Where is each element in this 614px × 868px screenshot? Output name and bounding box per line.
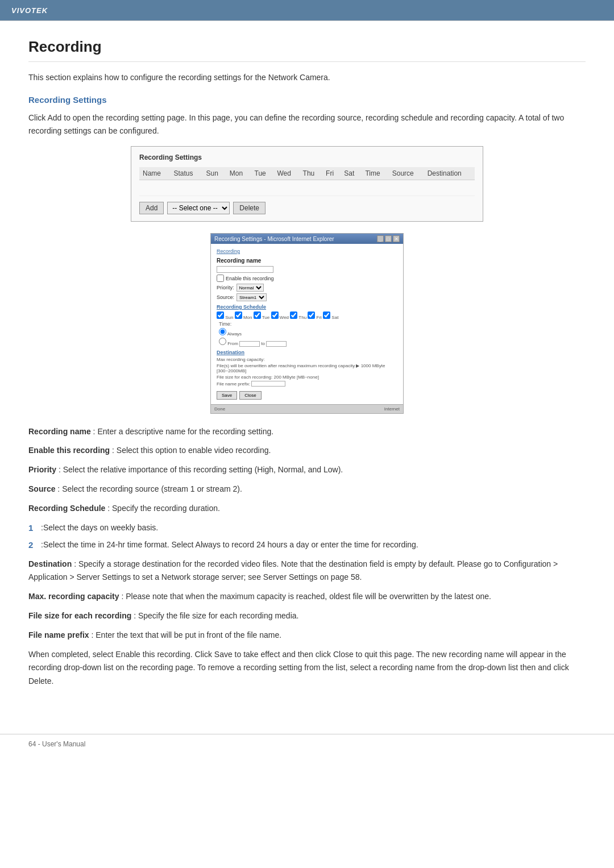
time-always-radio[interactable] [219,328,226,335]
list-item-1: 1 : Select the days on weekly basis. [28,521,586,535]
modal-close-btn-footer[interactable]: Close [239,391,261,400]
modal-bottom-done: Done [214,406,225,412]
modal-close-btn[interactable]: ✕ [393,235,400,242]
col-destination: Destination [424,167,475,180]
file-size-label: File size for each recording [28,611,131,620]
modal-footer: Save Close [217,391,397,400]
modal-source-select[interactable]: Stream1 Stream2 [237,293,267,301]
footer-text: 64 - User's Manual [28,740,85,748]
schedule-sun[interactable] [217,312,224,319]
modal-recording-name-row [217,266,397,273]
schedule-tue[interactable] [254,312,261,319]
priority-label: Priority [28,465,56,474]
modal-recording-name-input[interactable] [217,266,273,273]
col-source: Source [389,167,424,180]
col-thu: Thu [300,167,322,180]
time-from-radio[interactable] [219,338,226,345]
filesize-value: 200 MByte [MB~none] [274,375,319,380]
add-button[interactable]: Add [139,202,164,214]
modal-priority-row: Priority: Normal High Low [217,284,397,292]
desc-source: Source : Select the recording source (st… [28,483,586,496]
section-description: Click Add to open the recording setting … [28,111,586,137]
modal-bottom-bar: Done Internet [211,404,403,413]
desc-file-prefix: File name prefix : Enter the text that w… [28,629,586,642]
modal-body: Recording Recording name Enable this rec… [211,244,403,404]
modal-bottom-internet: Internet [384,406,400,412]
max-capacity-label: Max. recording capacity [28,592,119,601]
schedule-thu[interactable] [290,312,297,319]
time-to-input[interactable] [266,341,287,347]
desc-max-capacity: Max. recording capacity : Please note th… [28,590,586,604]
prefix-input[interactable] [251,381,285,387]
recording-name-label: Recording name [28,427,91,436]
col-name: Name [139,167,171,180]
enable-recording-label: Enable this recording [28,446,110,455]
colon-5: : [107,504,112,513]
desc-destination: Destination : Specify a storage destinat… [28,558,586,585]
desc-file-size: File size for each recording : Specify t… [28,609,586,623]
desc-recording-name: Recording name : Enter a descriptive nam… [28,425,586,439]
col-tue: Tue [251,167,274,180]
file-size-text: Specify the file size for each recording… [138,611,298,620]
list-item-2-text: Select the time in 24-hr time format. Se… [43,538,418,551]
modal-nav[interactable]: Recording [217,248,397,254]
numbered-list: 1 : Select the days on weekly basis. 2 :… [28,521,586,552]
schedule-wed[interactable] [271,312,279,319]
modal-time-section: Time: Always From to [219,321,397,347]
file-name-prefix-label: File name prefix [28,630,89,639]
time-from-input[interactable] [239,341,260,347]
col-fri: Fri [322,167,341,180]
col-time: Time [362,167,388,180]
col-status: Status [171,167,203,180]
modal-source-row: Source: Stream1 Stream2 [217,293,397,301]
modal-dest-section: Destination [217,350,397,355]
select-recording-dropdown[interactable]: -- Select one -- [167,202,230,214]
colon-2: : [112,446,117,455]
list-num-1: 1 [28,521,36,535]
schedule-label: Recording Schedule [28,504,105,513]
col-sat: Sat [341,167,362,180]
desc-schedule-intro: Recording Schedule : Specify the recordi… [28,502,586,516]
schedule-mon[interactable] [235,312,242,319]
source-text: Select the recording source (stream 1 or… [62,484,242,493]
col-wed: Wed [273,167,299,180]
colon-6: : [74,559,78,568]
modal-window: Recording Settings - Microsoft Internet … [210,233,404,414]
desc-closing: When completed, select Enable this recor… [28,648,586,688]
modal-title: Recording Settings - Microsoft Internet … [214,236,334,242]
prefix-label: File name prefix: [217,381,250,386]
settings-table: Name Status Sun Mon Tue Wed Thu Fri Sat … [139,167,475,196]
delete-button[interactable]: Delete [233,202,265,214]
modal-maximize-btn[interactable]: □ [385,235,392,242]
col-mon: Mon [226,167,251,180]
modal-schedule-days: Sun Mon Tue Wed Thu Fri Sat [217,312,397,320]
time-label: Time: [219,321,397,327]
file-name-prefix-text: Enter the text that will be put in front… [96,630,281,639]
modal-enable-checkbox[interactable] [217,275,224,282]
modal-capacity-row: Max recording capacity: [217,357,397,362]
modal-filesize-row: File size for each recording: 200 MByte … [217,375,397,380]
colon-8: : [134,611,138,620]
colon-3: : [59,465,63,474]
capacity-label: Max recording capacity: [217,357,264,362]
vivotek-logo: VIVOTEK [11,6,48,15]
table-toolbar: Add -- Select one -- Delete [139,202,475,214]
time-from-row: From to [219,338,397,347]
recording-settings-box: Recording Settings Name Status Sun Mon T… [131,146,483,222]
modal-save-btn[interactable]: Save [217,391,237,400]
destination-text: Specify a storage destination for the re… [28,559,558,582]
modal-minimize-btn[interactable]: _ [377,235,384,242]
schedule-sat[interactable] [323,312,330,319]
modal-source-label: Source: [217,294,234,300]
modal-screenshot-area: Recording Settings - Microsoft Internet … [28,233,586,414]
enable-recording-text: Select this option to enable video recor… [117,446,271,455]
col-sun: Sun [202,167,226,180]
intro-paragraph: This section explains how to configure t… [28,71,586,84]
modal-recording-section: Recording name [217,258,397,264]
list-num-2: 2 [28,538,36,552]
time-always-row: Always [219,328,397,337]
modal-priority-select[interactable]: Normal High Low [237,284,264,292]
modal-titlebar: Recording Settings - Microsoft Internet … [211,234,403,244]
schedule-fri[interactable] [308,312,315,319]
table-row-empty [139,180,475,196]
